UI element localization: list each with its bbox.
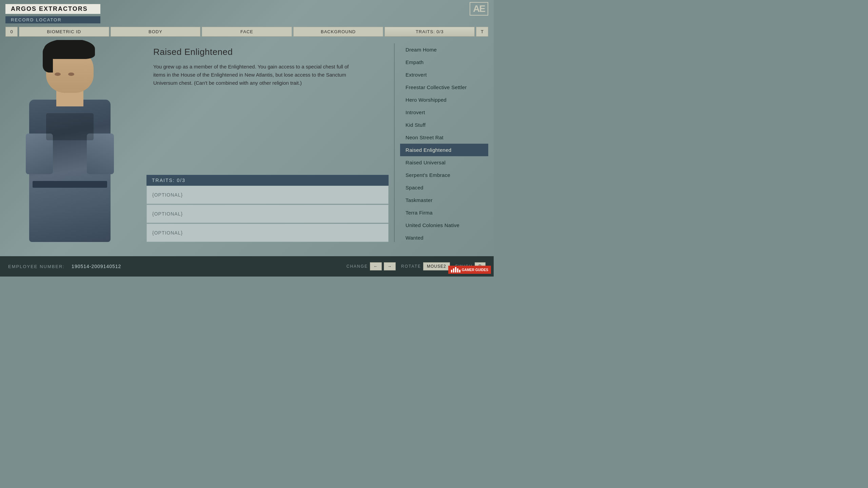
change-key-left[interactable]: ← <box>370 262 382 270</box>
trait-title: Raised Enlightened <box>153 47 382 57</box>
rotate-action-group: ROTATE MOUSE2 <box>401 262 450 270</box>
character-figure <box>19 73 121 242</box>
rotate-label: ROTATE <box>401 264 421 269</box>
watermark-text: GAMER GUIDES <box>462 268 488 272</box>
trait-list-item-terra-firma[interactable]: Terra Firma <box>400 206 488 219</box>
trait-slot-1[interactable]: {OPTIONAL} <box>146 186 389 204</box>
trait-list-item-wanted[interactable]: Wanted <box>400 231 488 242</box>
record-locator-row: RECORD LOCATOR <box>5 16 488 23</box>
trait-list-item-raised-enlightened[interactable]: Raised Enlightened <box>400 144 488 156</box>
employee-number: 190514-2009140512 <box>72 264 121 269</box>
trait-list-item-serpents-embrace[interactable]: Serpent's Embrace <box>400 169 488 181</box>
watermark: GAMER GUIDES <box>448 266 491 274</box>
trait-list-item-raised-universal[interactable]: Raised Universal <box>400 156 488 169</box>
bar-3 <box>455 267 456 272</box>
bar-5 <box>459 270 460 272</box>
main-content: Raised Enlightened You grew up as a memb… <box>0 40 494 242</box>
tab-face[interactable]: FACE <box>202 27 292 37</box>
change-action-group: CHANGE ← → <box>347 262 396 270</box>
rotate-key[interactable]: MOUSE2 <box>423 262 450 270</box>
top-header: ARGOS EXTRACTORS AE RECORD LOCATOR <box>0 0 494 23</box>
tab-traits[interactable]: TRAITS: 0/3 <box>384 27 475 37</box>
ae-logo: AE <box>470 2 488 16</box>
trait-list-item-freestar[interactable]: Freestar Collective Settler <box>400 81 488 94</box>
trait-list-item-hero-worshipped[interactable]: Hero Worshipped <box>400 94 488 106</box>
eye-left <box>55 73 61 76</box>
trait-list-item-united-colonies[interactable]: United Colonies Native <box>400 219 488 231</box>
company-name: ARGOS EXTRACTORS <box>5 4 100 14</box>
tab-body[interactable]: BODY <box>111 27 201 37</box>
company-row: ARGOS EXTRACTORS AE <box>5 2 488 16</box>
trait-list-item-kid-stuff[interactable]: Kid Stuff <box>400 119 488 131</box>
tab-biometric[interactable]: BIOMETRIC ID <box>19 27 109 37</box>
trait-list-sidebar: Dream HomeEmpathExtrovertFreestar Collec… <box>400 40 488 242</box>
nav-right-button[interactable]: T <box>476 27 488 37</box>
trait-slot-2[interactable]: {OPTIONAL} <box>146 205 389 223</box>
bar-1 <box>451 270 452 272</box>
hair-left-side <box>43 45 53 73</box>
tab-background[interactable]: BACKGROUND <box>293 27 383 37</box>
trait-description: You grew up as a member of the Enlighten… <box>153 63 350 87</box>
trait-list-item-introvert[interactable]: Introvert <box>400 106 488 119</box>
change-label: CHANGE <box>347 264 368 269</box>
change-key-right[interactable]: → <box>384 262 396 270</box>
traits-panel-header: TRAITS: 0/3 <box>146 175 389 186</box>
trait-list-item-dream-home[interactable]: Dream Home <box>400 43 488 56</box>
bar-2 <box>453 268 454 272</box>
trait-list-item-spaced[interactable]: Spaced <box>400 181 488 194</box>
watermark-bars <box>451 267 460 272</box>
belt <box>33 181 107 188</box>
bar-4 <box>457 268 458 272</box>
bottom-bar: EMPLOYEE NUMBER: 190514-2009140512 CHANG… <box>0 256 494 277</box>
trait-list-item-extrovert[interactable]: Extrovert <box>400 68 488 81</box>
trait-slot-3[interactable]: {OPTIONAL} <box>146 224 389 242</box>
employee-label: EMPLOYEE NUMBER: <box>8 264 65 269</box>
trait-list-item-empath[interactable]: Empath <box>400 56 488 68</box>
traits-slots-container: TRAITS: 0/3 {OPTIONAL} {OPTIONAL} {OPTIO… <box>146 175 389 242</box>
nav-tabs: 0 BIOMETRIC ID BODY FACE BACKGROUND TRAI… <box>0 23 494 40</box>
sidebar-divider <box>394 43 395 242</box>
eye-right <box>68 73 74 76</box>
record-locator: RECORD LOCATOR <box>5 16 100 23</box>
center-content: Raised Enlightened You grew up as a memb… <box>146 40 389 242</box>
character-area <box>5 40 141 242</box>
character-portrait <box>9 66 138 242</box>
trait-description-area: Raised Enlightened You grew up as a memb… <box>146 47 389 175</box>
trait-list-item-taskmaster[interactable]: Taskmaster <box>400 194 488 206</box>
nav-left-button[interactable]: 0 <box>5 27 18 37</box>
chest-detail <box>46 113 94 140</box>
trait-list-item-neon-street-rat[interactable]: Neon Street Rat <box>400 131 488 144</box>
